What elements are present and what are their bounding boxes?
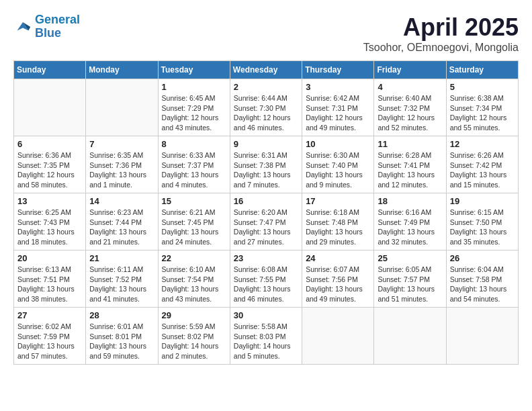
day-info: Sunrise: 6:11 AM Sunset: 7:52 PM Dayligh… (89, 265, 154, 304)
day-info: Sunrise: 6:13 AM Sunset: 7:51 PM Dayligh… (17, 265, 82, 304)
day-number: 16 (234, 196, 298, 206)
calendar-day-cell: 6Sunrise: 6:36 AM Sunset: 7:35 PM Daylig… (14, 136, 86, 193)
day-number: 22 (162, 253, 226, 263)
weekday-header-tuesday: Tuesday (158, 61, 230, 79)
calendar-day-cell: 27Sunrise: 6:02 AM Sunset: 7:59 PM Dayli… (14, 308, 86, 365)
day-info: Sunrise: 6:18 AM Sunset: 7:48 PM Dayligh… (306, 208, 370, 247)
day-info: Sunrise: 6:07 AM Sunset: 7:56 PM Dayligh… (306, 265, 370, 304)
calendar-day-cell: 13Sunrise: 6:25 AM Sunset: 7:43 PM Dayli… (14, 193, 86, 250)
page-title: April 2025 (363, 13, 519, 42)
calendar-day-cell: 2Sunrise: 6:44 AM Sunset: 7:30 PM Daylig… (230, 79, 302, 136)
day-number: 24 (306, 253, 370, 263)
day-info: Sunrise: 5:59 AM Sunset: 8:02 PM Dayligh… (162, 322, 226, 361)
day-info: Sunrise: 6:02 AM Sunset: 7:59 PM Dayligh… (17, 322, 82, 361)
day-number: 19 (450, 196, 515, 206)
calendar-day-cell (14, 79, 86, 136)
calendar-day-cell: 24Sunrise: 6:07 AM Sunset: 7:56 PM Dayli… (302, 250, 374, 308)
logo: General Blue (13, 13, 80, 40)
day-number: 6 (17, 139, 82, 149)
day-info: Sunrise: 6:33 AM Sunset: 7:37 PM Dayligh… (162, 150, 226, 190)
day-info: Sunrise: 6:16 AM Sunset: 7:49 PM Dayligh… (378, 208, 442, 247)
day-number: 23 (234, 253, 298, 263)
calendar-week-1: 1Sunrise: 6:45 AM Sunset: 7:29 PM Daylig… (14, 79, 519, 136)
calendar-day-cell: 21Sunrise: 6:11 AM Sunset: 7:52 PM Dayli… (86, 250, 158, 308)
weekday-header-friday: Friday (374, 61, 446, 79)
day-number: 1 (162, 82, 226, 92)
day-number: 12 (450, 139, 515, 149)
calendar-day-cell: 15Sunrise: 6:21 AM Sunset: 7:45 PM Dayli… (158, 193, 230, 250)
calendar-day-cell (86, 79, 158, 136)
calendar-day-cell: 20Sunrise: 6:13 AM Sunset: 7:51 PM Dayli… (14, 250, 86, 308)
weekday-header-thursday: Thursday (302, 61, 374, 79)
calendar-day-cell: 9Sunrise: 6:31 AM Sunset: 7:38 PM Daylig… (230, 136, 302, 193)
calendar-day-cell: 3Sunrise: 6:42 AM Sunset: 7:31 PM Daylig… (302, 79, 374, 136)
day-info: Sunrise: 6:35 AM Sunset: 7:36 PM Dayligh… (89, 150, 154, 190)
day-info: Sunrise: 6:40 AM Sunset: 7:32 PM Dayligh… (378, 93, 442, 133)
day-info: Sunrise: 6:26 AM Sunset: 7:42 PM Dayligh… (450, 150, 515, 190)
calendar-day-cell: 29Sunrise: 5:59 AM Sunset: 8:02 PM Dayli… (158, 308, 230, 365)
day-info: Sunrise: 6:20 AM Sunset: 7:47 PM Dayligh… (234, 208, 298, 247)
calendar-day-cell: 23Sunrise: 6:08 AM Sunset: 7:55 PM Dayli… (230, 250, 302, 308)
day-number: 29 (162, 310, 226, 320)
day-info: Sunrise: 6:04 AM Sunset: 7:58 PM Dayligh… (450, 265, 515, 304)
day-info: Sunrise: 5:58 AM Sunset: 8:03 PM Dayligh… (234, 322, 298, 361)
day-info: Sunrise: 6:05 AM Sunset: 7:57 PM Dayligh… (378, 265, 442, 304)
day-number: 15 (162, 196, 226, 206)
day-number: 21 (89, 253, 154, 263)
day-number: 14 (89, 196, 154, 206)
day-number: 25 (378, 253, 442, 263)
calendar-day-cell: 1Sunrise: 6:45 AM Sunset: 7:29 PM Daylig… (158, 79, 230, 136)
calendar-day-cell: 4Sunrise: 6:40 AM Sunset: 7:32 PM Daylig… (374, 79, 446, 136)
day-info: Sunrise: 6:21 AM Sunset: 7:45 PM Dayligh… (162, 208, 226, 247)
day-number: 7 (89, 139, 154, 149)
weekday-header-saturday: Saturday (446, 61, 518, 79)
calendar-day-cell: 28Sunrise: 6:01 AM Sunset: 8:01 PM Dayli… (86, 308, 158, 365)
day-info: Sunrise: 6:30 AM Sunset: 7:40 PM Dayligh… (306, 150, 370, 190)
calendar-day-cell: 10Sunrise: 6:30 AM Sunset: 7:40 PM Dayli… (302, 136, 374, 193)
day-info: Sunrise: 6:45 AM Sunset: 7:29 PM Dayligh… (162, 93, 226, 133)
day-info: Sunrise: 6:01 AM Sunset: 8:01 PM Dayligh… (89, 322, 154, 361)
calendar-day-cell: 12Sunrise: 6:26 AM Sunset: 7:42 PM Dayli… (446, 136, 518, 193)
calendar-day-cell: 22Sunrise: 6:10 AM Sunset: 7:54 PM Dayli… (158, 250, 230, 308)
calendar-header-row: SundayMondayTuesdayWednesdayThursdayFrid… (14, 61, 519, 79)
calendar-day-cell: 17Sunrise: 6:18 AM Sunset: 7:48 PM Dayli… (302, 193, 374, 250)
calendar-day-cell: 11Sunrise: 6:28 AM Sunset: 7:41 PM Dayli… (374, 136, 446, 193)
calendar-day-cell: 30Sunrise: 5:58 AM Sunset: 8:03 PM Dayli… (230, 308, 302, 365)
calendar-day-cell: 7Sunrise: 6:35 AM Sunset: 7:36 PM Daylig… (86, 136, 158, 193)
day-info: Sunrise: 6:44 AM Sunset: 7:30 PM Dayligh… (234, 93, 298, 133)
day-info: Sunrise: 6:28 AM Sunset: 7:41 PM Dayligh… (378, 150, 442, 190)
day-info: Sunrise: 6:31 AM Sunset: 7:38 PM Dayligh… (234, 150, 298, 190)
calendar-day-cell: 19Sunrise: 6:15 AM Sunset: 7:50 PM Dayli… (446, 193, 518, 250)
day-number: 11 (378, 139, 442, 149)
logo-text: General Blue (35, 13, 80, 40)
day-number: 2 (234, 82, 298, 92)
day-number: 5 (450, 82, 515, 92)
calendar-day-cell (446, 308, 518, 365)
calendar-day-cell: 5Sunrise: 6:38 AM Sunset: 7:34 PM Daylig… (446, 79, 518, 136)
calendar-day-cell (302, 308, 374, 365)
weekday-header-sunday: Sunday (14, 61, 86, 79)
calendar-day-cell: 8Sunrise: 6:33 AM Sunset: 7:37 PM Daylig… (158, 136, 230, 193)
day-number: 4 (378, 82, 442, 92)
day-number: 10 (306, 139, 370, 149)
day-number: 17 (306, 196, 370, 206)
logo-bird-icon (13, 17, 32, 36)
day-number: 30 (234, 310, 298, 320)
calendar-week-2: 6Sunrise: 6:36 AM Sunset: 7:35 PM Daylig… (14, 136, 519, 193)
calendar-day-cell: 18Sunrise: 6:16 AM Sunset: 7:49 PM Dayli… (374, 193, 446, 250)
day-info: Sunrise: 6:23 AM Sunset: 7:44 PM Dayligh… (89, 208, 154, 247)
calendar-week-3: 13Sunrise: 6:25 AM Sunset: 7:43 PM Dayli… (14, 193, 519, 250)
day-info: Sunrise: 6:10 AM Sunset: 7:54 PM Dayligh… (162, 265, 226, 304)
day-number: 13 (17, 196, 82, 206)
calendar-week-5: 27Sunrise: 6:02 AM Sunset: 7:59 PM Dayli… (14, 308, 519, 365)
calendar-day-cell: 16Sunrise: 6:20 AM Sunset: 7:47 PM Dayli… (230, 193, 302, 250)
day-info: Sunrise: 6:42 AM Sunset: 7:31 PM Dayligh… (306, 93, 370, 133)
day-number: 8 (162, 139, 226, 149)
weekday-header-monday: Monday (86, 61, 158, 79)
day-number: 27 (17, 310, 82, 320)
day-info: Sunrise: 6:25 AM Sunset: 7:43 PM Dayligh… (17, 208, 82, 247)
calendar-table: SundayMondayTuesdayWednesdayThursdayFrid… (13, 60, 519, 365)
day-number: 28 (89, 310, 154, 320)
day-info: Sunrise: 6:15 AM Sunset: 7:50 PM Dayligh… (450, 208, 515, 247)
calendar-day-cell: 26Sunrise: 6:04 AM Sunset: 7:58 PM Dayli… (446, 250, 518, 308)
